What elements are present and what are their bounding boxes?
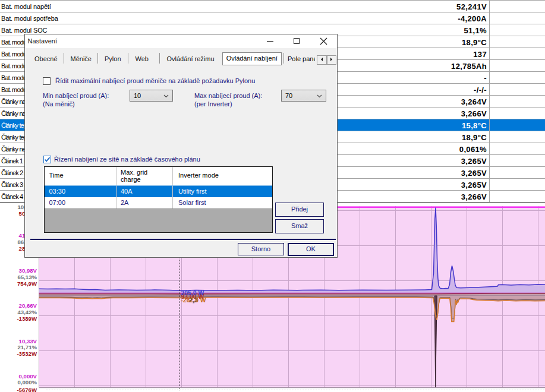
svg-text:65,13%: 65,13% [17, 274, 37, 280]
svg-text:205,0 W: 205,0 W [181, 290, 204, 296]
svg-text:0,000V: 0,000V [19, 373, 37, 380]
svg-text:20,66V: 20,66V [19, 302, 37, 309]
svg-text:-5676W: -5676W [17, 387, 37, 392]
svg-text:21,71%: 21,71% [17, 344, 37, 350]
svg-text:30,98V: 30,98V [19, 267, 37, 274]
svg-text:-1389W: -1389W [17, 315, 37, 322]
svg-text:10,33V: 10,33V [19, 338, 37, 344]
svg-text:0,000%: 0,000% [17, 379, 37, 385]
svg-text:43,42%: 43,42% [17, 309, 37, 315]
svg-text:-262,0 W: -262,0 W [181, 297, 206, 304]
svg-text:754,9W: 754,9W [17, 280, 37, 287]
svg-text:-3532W: -3532W [17, 350, 37, 357]
